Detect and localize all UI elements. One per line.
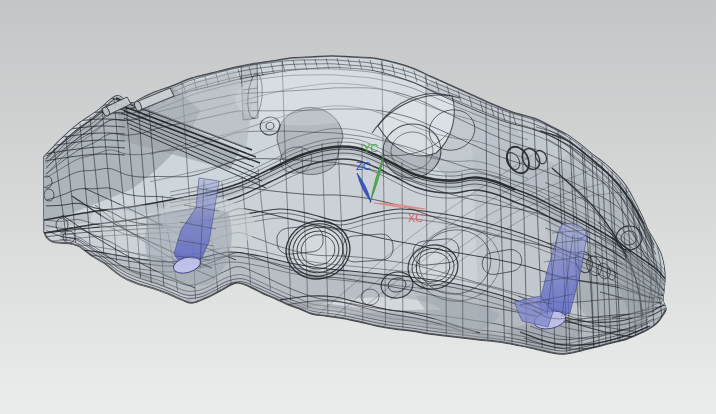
svg-text:ZC: ZC (356, 160, 371, 172)
svg-text:YC: YC (363, 142, 378, 154)
svg-text:XC: XC (408, 212, 423, 224)
